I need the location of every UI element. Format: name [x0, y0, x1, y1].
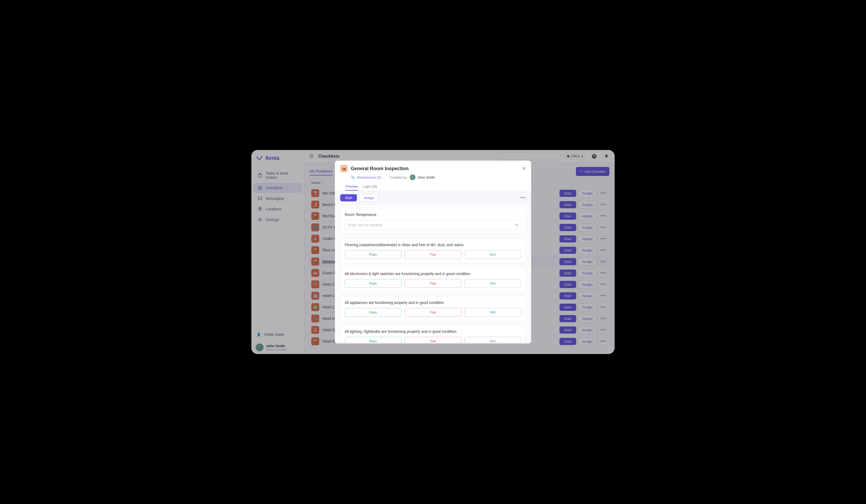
modal-header: 📦 General Room Inspection ✕ 📎 Attachment… [335, 161, 531, 191]
pass-fail-na-group: PassFailN/A [345, 308, 521, 317]
creator-avatar [410, 174, 415, 180]
app-window: Xenia Tasks & Work OrdersChecklistsMessa… [251, 150, 615, 354]
modal-overlay[interactable]: 📦 General Room Inspection ✕ 📎 Attachment… [251, 150, 615, 354]
temperature-unit: °F [515, 223, 518, 227]
temperature-input[interactable] [345, 220, 521, 230]
na-button[interactable]: N/A [465, 250, 521, 259]
creator-name: John Smith [418, 175, 435, 180]
pass-button[interactable]: Pass [345, 250, 401, 259]
question-card-temperature: Room Temperature °F [340, 208, 526, 234]
question-card: Flooring (carpet/wood/laminate) is clean… [340, 238, 526, 263]
pass-fail-na-group: PassFailN/A [345, 337, 521, 343]
na-button[interactable]: N/A [465, 279, 521, 288]
modal-body: Room Temperature °F Flooring (carpet/woo… [335, 205, 531, 343]
modal-toolbar: Start Assign ••• [335, 191, 531, 205]
question-label: All appliances are functioning properly … [345, 300, 521, 305]
modal-start-button[interactable]: Start [340, 194, 357, 202]
modal-meta: 📎 Attachments (0) • Created by: John Smi… [340, 172, 526, 180]
question-card: All appliances are functioning properly … [340, 296, 526, 321]
question-label: All lighting / lightbulbs are functionin… [345, 329, 521, 334]
na-button[interactable]: N/A [465, 308, 521, 317]
checklist-detail-modal: 📦 General Room Inspection ✕ 📎 Attachment… [335, 161, 531, 343]
question-card: All electronics & light switches are fun… [340, 267, 526, 292]
attachments-label: Attachments (0) [357, 175, 381, 180]
fail-button[interactable]: Fail [404, 250, 462, 259]
modal-checklist-icon: 📦 [340, 165, 348, 172]
attachments-link[interactable]: 📎 Attachments (0) [351, 175, 381, 180]
modal-assign-button[interactable]: Assign [359, 194, 378, 202]
modal-tab-logs[interactable]: Logs (16) [363, 183, 377, 191]
meta-separator: • [385, 175, 386, 180]
fail-button[interactable]: Fail [404, 337, 462, 343]
pass-button[interactable]: Pass [345, 337, 401, 343]
modal-tabs: Preview Logs (16) [340, 180, 526, 191]
pass-button[interactable]: Pass [345, 308, 401, 317]
pass-button[interactable]: Pass [345, 279, 401, 288]
close-icon[interactable]: ✕ [522, 165, 526, 171]
modal-title: General Room Inspection [351, 166, 519, 171]
question-label: Flooring (carpet/wood/laminate) is clean… [345, 243, 521, 247]
question-card: All lighting / lightbulbs are functionin… [340, 325, 526, 343]
fail-button[interactable]: Fail [404, 308, 462, 317]
question-label: Room Temperature [345, 213, 521, 217]
na-button[interactable]: N/A [465, 337, 521, 343]
created-by: Created by: John Smith [389, 174, 435, 180]
paperclip-icon: 📎 [351, 175, 355, 180]
pass-fail-na-group: PassFailN/A [345, 279, 521, 288]
question-label: All electronics & light switches are fun… [345, 272, 521, 276]
pass-fail-na-group: PassFailN/A [345, 250, 521, 259]
fail-button[interactable]: Fail [404, 279, 462, 288]
created-by-label: Created by: [389, 175, 407, 180]
modal-tab-preview[interactable]: Preview [345, 183, 358, 191]
modal-more-icon[interactable]: ••• [520, 195, 526, 201]
